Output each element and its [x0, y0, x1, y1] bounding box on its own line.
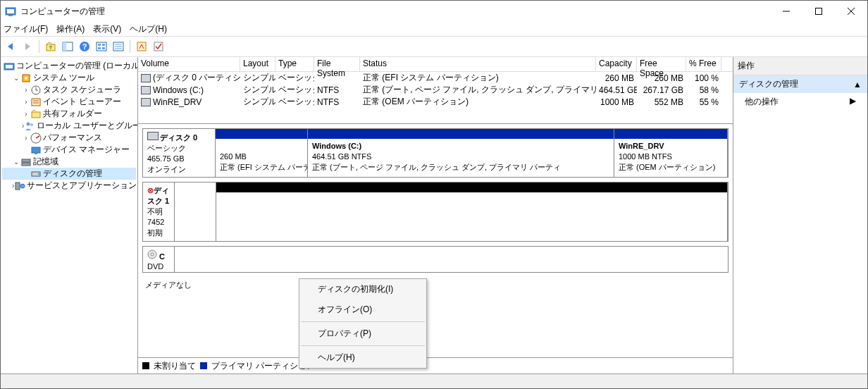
volume-header: Volume Layout Type File System Status Ca…: [138, 57, 733, 72]
maximize-button[interactable]: [802, 1, 835, 22]
svg-rect-40: [22, 159, 30, 162]
up-button[interactable]: [44, 39, 58, 54]
svg-point-43: [38, 173, 39, 175]
cell-pc: 55 %: [686, 97, 721, 107]
volume-row[interactable]: WinRE_DRV シンプル ベーシック NTFS 正常 (OEM パーティショ…: [138, 96, 733, 108]
svg-rect-16: [102, 47, 105, 49]
ctx-init-disk[interactable]: ディスクの初期化(I): [299, 279, 426, 300]
tree-svc-label: サービスとアプリケーション: [27, 180, 137, 192]
menu-file[interactable]: ファイル(F): [4, 23, 48, 35]
close-button[interactable]: [835, 1, 867, 22]
volume-list: Volume Layout Type File System Status Ca…: [138, 57, 733, 124]
show-hide-tree-button[interactable]: [61, 39, 75, 54]
col-volume[interactable]: Volume: [138, 57, 240, 71]
tree-storage[interactable]: ⌄記憶域: [2, 156, 136, 168]
tree-shared[interactable]: ›共有フォルダー: [2, 108, 136, 120]
disk-size: 465.75 GB: [147, 154, 185, 163]
col-layout[interactable]: Layout: [240, 57, 275, 71]
svg-point-47: [151, 253, 154, 256]
list-button[interactable]: [111, 39, 125, 54]
window-title: コンピューターの管理: [20, 6, 770, 18]
cell-typ: ベーシック: [275, 84, 314, 96]
disk-row[interactable]: C DVD: [142, 246, 728, 273]
part-desc: 正常 (OEM パーティション): [619, 163, 716, 171]
svg-rect-22: [154, 42, 163, 51]
svg-rect-41: [22, 163, 30, 166]
partition-bar: [614, 129, 727, 139]
cell-vol: (ディスク 0 パーティション 1): [153, 73, 240, 82]
tree-local[interactable]: ›ローカル ユーザーとグループ: [2, 120, 136, 132]
svg-point-35: [30, 123, 33, 126]
tree-task[interactable]: ›タスク スケジューラ: [2, 84, 136, 96]
cell-lay: シンプル: [240, 72, 275, 84]
partition[interactable]: WinRE_DRV1000 MB NTFS正常 (OEM パーティション): [614, 128, 728, 178]
svg-point-34: [27, 122, 30, 125]
svg-rect-9: [63, 42, 66, 51]
disk-type: DVD: [147, 262, 163, 271]
menu-action[interactable]: 操作(A): [56, 23, 85, 35]
volume-row[interactable]: Windows (C:) シンプル ベーシック NTFS 正常 (ブート, ペー…: [138, 84, 733, 96]
cell-cap: 260 MB: [596, 73, 637, 83]
tree-disk[interactable]: ディスクの管理: [2, 168, 136, 180]
actions-section[interactable]: ディスクの管理 ▲: [733, 75, 867, 93]
svg-text:?: ?: [82, 42, 87, 51]
partition[interactable]: 260 MB正常 (EFI システム パーテ: [215, 128, 308, 178]
cell-fs: NTFS: [314, 97, 360, 107]
partition[interactable]: Windows (C:)464.51 GB NTFS正常 (ブート, ページ フ…: [307, 128, 614, 178]
cell-cap: 1000 MB: [596, 97, 637, 107]
minimize-button[interactable]: [770, 1, 802, 22]
properties-button[interactable]: [151, 39, 166, 54]
tree-perf[interactable]: ›パフォーマンス: [2, 132, 136, 144]
svg-rect-30: [32, 99, 40, 106]
tree-root[interactable]: コンピューターの管理 (ローカル): [2, 60, 136, 72]
col-filesystem[interactable]: File System: [314, 57, 360, 71]
settings-button[interactable]: [135, 39, 149, 54]
col-pctfree[interactable]: % Free: [686, 57, 721, 71]
col-status[interactable]: Status: [360, 57, 596, 71]
menu-help[interactable]: ヘルプ(H): [130, 23, 167, 35]
refresh-button[interactable]: [94, 39, 108, 54]
tree-svc[interactable]: ›サービスとアプリケーション: [2, 180, 136, 192]
svg-rect-4: [816, 8, 822, 15]
disk-name: ディスク 0: [160, 133, 197, 142]
svg-rect-13: [98, 44, 101, 46]
col-type[interactable]: Type: [275, 57, 314, 71]
cell-st: 正常 (OEM パーティション): [360, 96, 596, 108]
disk-row[interactable]: ⊗ディスク 1 不明 7452 初期: [142, 182, 728, 241]
statusbar: [1, 374, 867, 388]
col-capacity[interactable]: Capacity: [596, 57, 637, 71]
ctx-properties[interactable]: プロパティ(P): [299, 323, 426, 344]
tree-local-label: ローカル ユーザーとグループ: [37, 120, 138, 132]
svg-rect-1: [7, 9, 14, 13]
partition-bar: [216, 129, 307, 139]
ctx-help[interactable]: ヘルプ(H): [299, 347, 426, 368]
tree-event[interactable]: ›イベント ビューアー: [2, 96, 136, 108]
disk-info: ⊗ディスク 1 不明 7452 初期: [143, 183, 175, 240]
back-button[interactable]: [4, 39, 18, 54]
partition-unallocated[interactable]: [216, 182, 728, 241]
disk-type: 不明: [147, 207, 163, 216]
menu-view[interactable]: 表示(V): [93, 23, 121, 35]
tree-dev[interactable]: デバイス マネージャー: [2, 144, 136, 156]
col-free[interactable]: Free Space: [637, 57, 686, 71]
actions-pane: 操作 ディスクの管理 ▲ 他の操作 ▶: [733, 57, 867, 373]
help-button[interactable]: ?: [78, 39, 92, 54]
actions-item-more[interactable]: 他の操作 ▶: [733, 93, 867, 111]
tree-systools-label: システム ツール: [33, 72, 94, 84]
disk-info: ディスク 0 ベーシック 465.75 GB オンライン: [143, 129, 216, 177]
svg-rect-14: [102, 44, 105, 46]
part-name: WinRE_DRV: [619, 142, 664, 150]
disk-info: C DVD: [143, 247, 175, 272]
svg-rect-39: [35, 153, 37, 154]
svg-rect-15: [98, 47, 101, 49]
tree-systools[interactable]: ⌄システム ツール: [2, 72, 136, 84]
partition-bar: [216, 183, 727, 192]
cell-vol: WinRE_DRV: [153, 97, 202, 107]
part-size: 260 MB: [220, 152, 247, 161]
forward-button[interactable]: [20, 39, 35, 54]
disk-row[interactable]: ディスク 0 ベーシック 465.75 GB オンライン 260 MB正常 (E…: [142, 128, 728, 178]
tree-shared-label: 共有フォルダー: [43, 108, 102, 120]
ctx-offline[interactable]: オフライン(O): [299, 300, 426, 320]
volume-row[interactable]: (ディスク 0 パーティション 1) シンプル ベーシック 正常 (EFI シス…: [138, 72, 733, 84]
legend-unallocated: 未割り当て: [154, 360, 196, 372]
